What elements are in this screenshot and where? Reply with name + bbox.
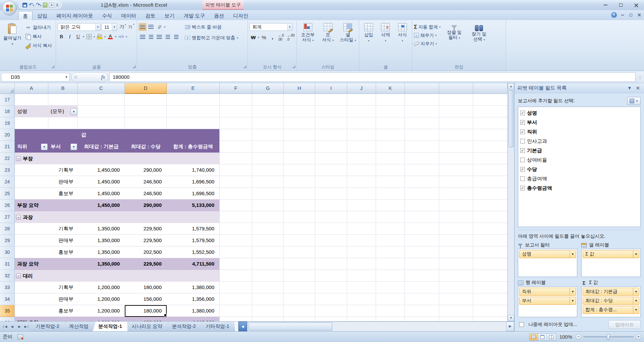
grid-cell[interactable]: 1,380,000 xyxy=(167,305,220,317)
grid-cell[interactable] xyxy=(252,117,284,129)
increase-indent-button[interactable] xyxy=(172,33,180,41)
grid-cell[interactable] xyxy=(125,94,167,106)
row-header-19[interactable]: 19 xyxy=(0,117,15,129)
tab-수식[interactable]: 수식 xyxy=(98,11,116,20)
grow-font-button[interactable]: 가 xyxy=(118,23,125,31)
grid-cell[interactable] xyxy=(405,94,439,106)
report-filter-area[interactable]: 성명▼ xyxy=(518,249,577,277)
normal-view-button[interactable] xyxy=(530,334,538,340)
grid-cell[interactable]: 부서▼ xyxy=(48,141,78,153)
grid-cell[interactable] xyxy=(315,164,347,176)
panel-menu-icon[interactable]: ▼ xyxy=(625,86,635,91)
grid-cell[interactable]: 290,000 xyxy=(125,164,167,176)
column-header-K[interactable]: K xyxy=(376,83,405,94)
grid-cell[interactable] xyxy=(405,199,439,211)
fill-color-button[interactable] xyxy=(96,33,103,40)
hscroll-right-icon[interactable]: ▶ xyxy=(506,322,514,331)
minimize-button[interactable] xyxy=(598,0,613,10)
sheet-tab-분석작업-2[interactable]: 분석작업-2 xyxy=(167,322,202,331)
column-header-F[interactable]: F xyxy=(220,83,252,94)
row-header-31[interactable]: 31 xyxy=(0,258,15,270)
row-header-23[interactable]: 23 xyxy=(0,164,15,176)
grid-cell[interactable] xyxy=(284,106,315,117)
grid-cell[interactable] xyxy=(252,258,284,270)
dialog-launcher-icon[interactable] xyxy=(244,65,246,68)
column-header-I[interactable]: I xyxy=(315,83,347,94)
grid-cell[interactable] xyxy=(220,94,252,106)
grid-cell[interactable] xyxy=(347,293,376,305)
field-checkbox[interactable]: ✓ xyxy=(520,129,525,134)
grid-cell[interactable]: 5,133,000 xyxy=(167,199,220,211)
next-sheet-icon[interactable]: ▶ xyxy=(16,323,23,330)
grid-cell[interactable] xyxy=(125,153,167,164)
field-checkbox[interactable] xyxy=(520,139,525,144)
grid-cell[interactable]: 기획부 xyxy=(48,282,78,293)
column-header-E[interactable]: E xyxy=(167,83,220,94)
grid-cell[interactable] xyxy=(439,94,473,106)
grid-cell[interactable] xyxy=(220,211,252,223)
chevron-down-icon[interactable]: ▼ xyxy=(633,297,639,304)
sheet-tab-시나리오 요약[interactable]: 시나리오 요약 xyxy=(126,322,168,331)
grid-cell[interactable] xyxy=(376,282,405,293)
grid-cell[interactable] xyxy=(473,153,507,164)
grid-cell[interactable] xyxy=(220,246,252,258)
dialog-launcher-icon[interactable] xyxy=(52,65,54,68)
grid-cell[interactable] xyxy=(473,164,507,176)
grid-cell[interactable] xyxy=(439,211,473,223)
shrink-font-button[interactable]: 가 xyxy=(126,23,134,31)
grid-cell[interactable] xyxy=(439,317,473,321)
grid-cell[interactable]: −부장 xyxy=(15,153,48,164)
grid-cell[interactable] xyxy=(252,211,284,223)
row-header-32[interactable]: 32 xyxy=(0,270,15,282)
grid-cell[interactable] xyxy=(347,188,376,199)
row-header-29[interactable]: 29 xyxy=(0,235,15,246)
grid-cell[interactable] xyxy=(78,94,125,106)
column-header-J[interactable]: J xyxy=(347,83,376,94)
format-painter-button[interactable]: 서식 복사 xyxy=(24,42,53,49)
grid-cell[interactable] xyxy=(284,199,315,211)
grid-cell[interactable]: 기획부 xyxy=(48,164,78,176)
grid-cell[interactable]: 1,350,000 xyxy=(78,258,125,270)
row-header-20[interactable]: 20 xyxy=(0,129,15,141)
grid-cell[interactable] xyxy=(315,94,347,106)
grid-cell[interactable] xyxy=(347,153,376,164)
grid-cell[interactable] xyxy=(220,270,252,282)
grid-cell[interactable] xyxy=(315,223,347,235)
vertical-scrollbar[interactable]: ▲ ▼ xyxy=(507,83,514,321)
grid-cell[interactable] xyxy=(405,106,439,117)
borders-button[interactable] xyxy=(85,33,93,40)
select-all-corner[interactable] xyxy=(0,83,15,94)
grid-cell[interactable] xyxy=(252,188,284,199)
grid-cell[interactable] xyxy=(125,211,167,223)
grid-cell[interactable] xyxy=(376,305,405,317)
grid-cell[interactable]: 판매부 xyxy=(48,176,78,188)
autosum-button[interactable]: Σ자동 합계▾ xyxy=(414,23,440,31)
grid-cell[interactable]: 1,696,500 xyxy=(167,188,220,199)
grid-cell[interactable] xyxy=(15,305,48,317)
wrap-text-button[interactable]: 텍스트 줄 바꿈 xyxy=(183,23,240,31)
format-cells-button[interactable]: 서식▾ xyxy=(395,22,410,64)
grid-cell[interactable] xyxy=(125,270,167,282)
find-select-button[interactable]: 찾기 및선택 ▾ xyxy=(468,22,490,64)
currency-button[interactable]: ₩ xyxy=(250,34,257,41)
grid-cell[interactable]: (모두)▼ xyxy=(48,106,78,117)
grid-cell[interactable] xyxy=(284,293,315,305)
grid-cell[interactable] xyxy=(284,246,315,258)
grid-cell[interactable] xyxy=(473,199,507,211)
grid-cell[interactable] xyxy=(376,188,405,199)
grid-cell[interactable] xyxy=(78,270,125,282)
zoom-in-icon[interactable]: + xyxy=(636,334,641,340)
field-item-인사고과[interactable]: 인사고과 xyxy=(519,136,640,146)
panel-close-icon[interactable]: ✕ xyxy=(634,85,641,91)
workbook-restore-icon[interactable] xyxy=(628,13,634,17)
horizontal-scrollbar-thumb[interactable] xyxy=(249,323,332,331)
grid-cell[interactable] xyxy=(220,164,252,176)
grid-cell[interactable] xyxy=(252,246,284,258)
grid-cell[interactable] xyxy=(439,199,473,211)
grid-cell[interactable]: 합계 : 총수령금액 xyxy=(167,141,220,153)
cut-button[interactable]: ✂잘라내기 xyxy=(24,24,53,31)
grid-cell[interactable] xyxy=(15,246,48,258)
grid-cell[interactable]: 성명 xyxy=(15,106,48,117)
grid-cell[interactable] xyxy=(439,141,473,153)
grid-cell[interactable] xyxy=(220,305,252,317)
